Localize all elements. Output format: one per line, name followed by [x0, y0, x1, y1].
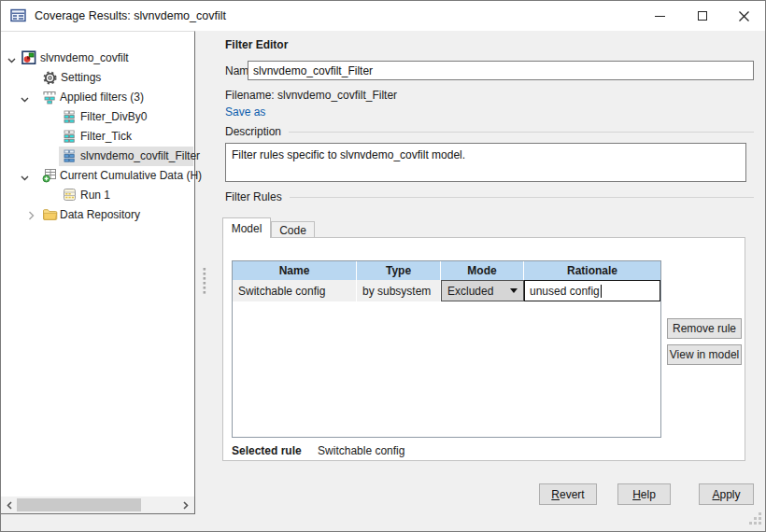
tree-item-label: Filter_DivBy0: [80, 107, 147, 127]
maximize-icon: [698, 11, 707, 21]
filter-selected-icon: [63, 148, 78, 166]
tree-item-label: Run 1: [80, 186, 110, 205]
tree-sidebar: slvnvdemo_covfilt Settings: [1, 31, 195, 514]
rationale-input[interactable]: unused config: [524, 280, 660, 301]
tree-item-label: Data Repository: [60, 205, 140, 225]
tab-model[interactable]: Model: [222, 217, 271, 238]
tree-item-settings[interactable]: Settings: [1, 68, 194, 88]
rule-rationale-cell: unused config: [524, 280, 660, 301]
tree-item-label: slvnvdemo_covfilt_Filter: [80, 147, 200, 166]
filter-rules-label: Filter Rules: [225, 190, 282, 203]
tree-item-cumulative-data[interactable]: Current Cumulative Data (H): [1, 166, 194, 186]
tree-item-applied-filters[interactable]: Applied filters (3): [1, 88, 194, 107]
mode-dropdown-value: Excluded: [447, 285, 493, 298]
chevron-down-icon[interactable]: [7, 54, 16, 67]
tree-item-filter-tick[interactable]: Filter_Tick: [1, 127, 194, 147]
chevron-right-icon[interactable]: [28, 210, 35, 223]
tree-item-label: Settings: [61, 68, 101, 88]
scroll-left-icon[interactable]: [3, 498, 16, 511]
titlebar[interactable]: Coverage Results: slvnvdemo_covfilt: [1, 1, 765, 31]
name-input[interactable]: [248, 61, 754, 80]
mode-dropdown[interactable]: Excluded: [441, 280, 524, 301]
save-as-link[interactable]: Save as: [225, 105, 265, 119]
dropdown-arrow-icon: [510, 288, 518, 293]
coverage-table-icon: [10, 8, 26, 25]
rule-name-cell[interactable]: Switchable config: [233, 280, 357, 301]
chevron-down-icon[interactable]: [21, 172, 29, 185]
gear-icon: [43, 71, 57, 88]
run-icon: [63, 188, 77, 204]
model-tab-panel: Name Type Mode Rationale Switchable conf…: [222, 237, 745, 461]
model-icon: [21, 50, 36, 68]
scrollbar-thumb[interactable]: [17, 498, 141, 511]
column-header-type[interactable]: Type: [357, 261, 441, 280]
scroll-right-icon[interactable]: [178, 498, 192, 511]
rule-type-cell[interactable]: by subsystem: [357, 280, 441, 301]
apply-button[interactable]: Apply: [699, 483, 754, 505]
resize-grip[interactable]: [749, 512, 762, 528]
description-textarea[interactable]: Filter rules specific to slvnvdemo_covfi…: [225, 143, 746, 182]
description-label: Description: [225, 125, 281, 138]
filter-icon: [63, 129, 78, 147]
tab-code-label: Code: [279, 224, 306, 237]
tree-item-label: Current Cumulative Data (H): [60, 166, 202, 186]
filename-text: Filename: slvnvdemo_covfilt_Filter: [225, 89, 397, 102]
tree-item-covfilt-filter-selected[interactable]: slvnvdemo_covfilt_Filter: [1, 147, 194, 166]
tab-code[interactable]: Code: [271, 221, 315, 238]
filter-rules-divider: [290, 197, 754, 198]
chevron-down-icon[interactable]: [21, 93, 29, 106]
tree-item-label: Filter_Tick: [80, 127, 132, 147]
column-header-name[interactable]: Name: [233, 261, 357, 280]
tree-item-run-1[interactable]: Run 1: [1, 186, 194, 205]
filter-editor-heading: Filter Editor: [225, 38, 288, 51]
view-in-model-button[interactable]: View in model: [667, 344, 742, 365]
filter-rules-table: Name Type Mode Rationale Switchable conf…: [232, 260, 661, 438]
tree-item-label: Applied filters (3): [60, 88, 144, 107]
applied-filters-icon: [42, 90, 57, 107]
results-tree: slvnvdemo_covfilt Settings: [1, 49, 194, 225]
description-divider: [289, 132, 754, 133]
text-cursor: [601, 285, 602, 298]
tree-item-filter-divby0[interactable]: Filter_DivBy0: [1, 107, 194, 127]
close-icon: [739, 11, 749, 21]
close-button[interactable]: [723, 1, 765, 31]
folder-icon: [42, 207, 58, 224]
panel-splitter-handle[interactable]: [202, 267, 207, 298]
window-title: Coverage Results: slvnvdemo_covfilt: [35, 1, 226, 31]
cumulative-data-icon: [42, 168, 57, 186]
rule-mode-cell: Excluded: [441, 280, 524, 301]
rationale-value: unused config: [530, 285, 600, 298]
tree-item-label: slvnvdemo_covfilt: [40, 49, 129, 68]
remove-rule-button[interactable]: Remove rule: [667, 318, 742, 339]
help-button[interactable]: Help: [617, 483, 671, 505]
minimize-icon: [655, 16, 665, 17]
coverage-results-window: Coverage Results: slvnvdemo_covfilt: [0, 0, 766, 532]
minimize-button[interactable]: [639, 1, 681, 31]
maximize-button[interactable]: [681, 1, 723, 31]
selected-rule-label: Selected rule: [232, 444, 302, 457]
column-header-mode[interactable]: Mode: [441, 261, 524, 280]
revert-button[interactable]: Revert: [539, 483, 597, 505]
sidebar-horizontal-scrollbar[interactable]: [1, 497, 194, 513]
table-row[interactable]: Switchable config by subsystem Excluded …: [233, 280, 660, 301]
tree-item-model-root[interactable]: slvnvdemo_covfilt: [1, 49, 194, 68]
column-header-rationale[interactable]: Rationale: [524, 261, 660, 280]
tree-item-data-repository[interactable]: Data Repository: [1, 205, 194, 225]
selected-rule-value: Switchable config: [318, 444, 404, 457]
tab-model-label: Model: [232, 222, 262, 235]
filter-icon: [63, 109, 78, 127]
table-header-row: Name Type Mode Rationale: [233, 261, 660, 280]
